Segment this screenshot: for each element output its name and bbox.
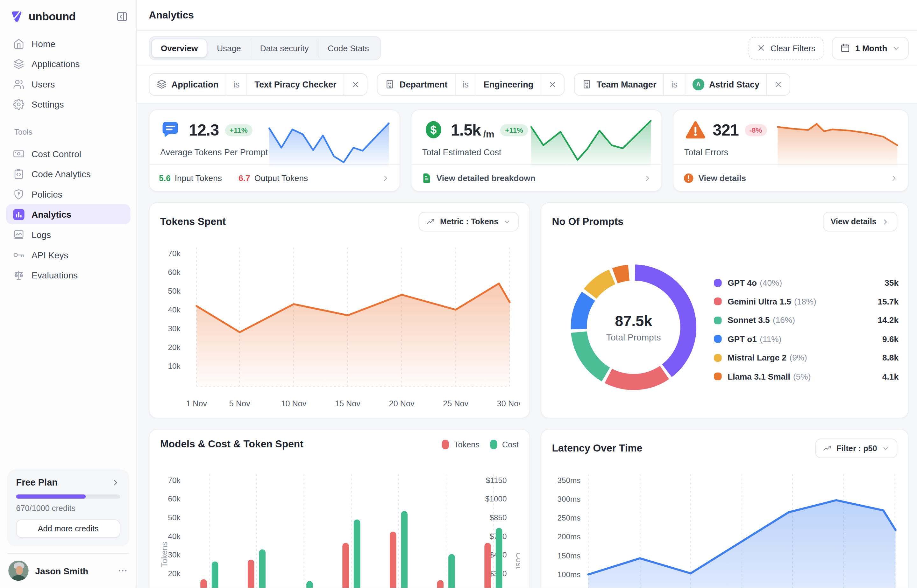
sidebar-item-applications[interactable]: Applications xyxy=(6,53,131,74)
legend-dot xyxy=(714,316,721,324)
sidebar-item-policies[interactable]: Policies xyxy=(6,184,131,204)
svg-text:50k: 50k xyxy=(168,287,180,295)
footer-link-label: View details xyxy=(698,173,746,183)
evaluations-icon xyxy=(13,269,24,281)
svg-text:25 Nov: 25 Nov xyxy=(443,399,468,408)
sidebar-item-settings[interactable]: Settings xyxy=(6,94,131,114)
legend-dot xyxy=(714,297,721,305)
content-area: 12.3+11%Average Tokens Per Prompt5.6Inpu… xyxy=(137,103,917,588)
chevron-right-icon xyxy=(643,173,652,183)
filter-value: Text Piracy Checker xyxy=(254,79,336,89)
filter-operator: is xyxy=(226,73,248,95)
sidebar-item-label: Analytics xyxy=(31,209,71,219)
latency-filter-dropdown[interactable]: Filter : p50 xyxy=(815,438,898,458)
sidebar-item-label: Home xyxy=(31,39,55,49)
filter-chip-team-manager[interactable]: Team ManagerisAAstrid Stacy xyxy=(574,73,791,95)
stat-card-total-estimated-cost: $1.5k/m+11%Total Estimated CostView deta… xyxy=(411,110,662,192)
sidebar-item-label: Logs xyxy=(31,229,51,240)
avatar: A xyxy=(692,78,704,90)
sidebar-item-label: Settings xyxy=(31,99,64,109)
sidebar-item-analytics[interactable]: Analytics xyxy=(6,204,131,225)
legend-value: 9.6k xyxy=(882,334,899,344)
filter-chip-bar: ApplicationisText Piracy CheckerDepartme… xyxy=(137,66,917,104)
remove-filter-icon[interactable] xyxy=(344,73,367,95)
filter-field: Team Manager xyxy=(597,79,656,89)
filter-operator: is xyxy=(664,73,685,95)
stat-card-footer-average-tokens-per-prompt[interactable]: 5.6Input Tokens6.7Output Tokens xyxy=(149,164,399,191)
code-analytics-icon xyxy=(13,168,24,179)
svg-text:10 Nov: 10 Nov xyxy=(281,399,306,408)
legend-item-cost: Cost xyxy=(490,440,519,449)
svg-text:30 Nov: 30 Nov xyxy=(497,399,520,408)
filter-field: Application xyxy=(172,79,219,89)
legend-percent: (9%) xyxy=(789,353,807,362)
sidebar-item-users[interactable]: Users xyxy=(6,74,131,94)
stat-card-footer-total-errors[interactable]: View details xyxy=(673,164,908,191)
applications-icon xyxy=(13,58,24,69)
add-credits-button[interactable]: Add more credits xyxy=(16,520,120,538)
sidebar-item-evaluations[interactable]: Evaluations xyxy=(6,265,131,285)
view-details-button[interactable]: View details xyxy=(823,212,897,232)
chevron-down-icon xyxy=(882,444,889,452)
tab-usage[interactable]: Usage xyxy=(207,39,251,58)
remove-filter-icon[interactable] xyxy=(767,73,790,95)
chevron-right-icon xyxy=(881,218,889,226)
change-badge: +11% xyxy=(500,124,528,136)
sidebar-item-api-keys[interactable]: API Keys xyxy=(6,245,131,265)
sidebar-item-code-analytics[interactable]: Code Analytics xyxy=(6,163,131,184)
legend-item-gemini-ultra-1-5: Gemini Ultra 1.5(18%)15.7k xyxy=(714,297,899,306)
svg-text:$1000: $1000 xyxy=(485,494,507,503)
filter-chip-application[interactable]: ApplicationisText Piracy Checker xyxy=(149,73,368,95)
tools-section-label: Tools xyxy=(15,127,136,136)
remove-filter-icon[interactable] xyxy=(541,73,564,95)
filter-value: Astrid Stacy xyxy=(709,79,760,89)
svg-text:$1150: $1150 xyxy=(486,476,507,485)
legend-item-mistral-large-2: Mistral Large 2(9%)8.8k xyxy=(714,353,899,362)
svg-text:Cost: Cost xyxy=(515,552,520,569)
layers-icon xyxy=(157,79,167,89)
svg-text:$850: $850 xyxy=(489,513,507,522)
sidebar-nav-tools: Cost ControlCode AnalyticsPoliciesAnalyt… xyxy=(0,140,136,285)
period-dropdown[interactable]: 1 Month xyxy=(832,37,909,59)
prompts-legend: GPT 4o(40%)35kGemini Ultra 1.5(18%)15.7k… xyxy=(714,278,899,390)
svg-text:70k: 70k xyxy=(168,476,180,485)
sidebar-item-label: Applications xyxy=(31,58,79,69)
settings-icon xyxy=(13,99,24,110)
legend-item-llama-3-1-small: Llama 3.1 Small(5%)4.1k xyxy=(714,372,899,381)
svg-text:40k: 40k xyxy=(168,532,180,541)
sparkline xyxy=(776,118,899,167)
user-row[interactable]: Jason Smith xyxy=(7,553,129,588)
change-badge: -8% xyxy=(745,124,767,136)
analytics-icon xyxy=(13,208,24,220)
stat-card-footer-total-estimated-cost[interactable]: View detailed breakdown xyxy=(412,164,661,191)
collapse-sidebar-icon[interactable] xyxy=(116,11,128,23)
user-menu-icon[interactable] xyxy=(117,565,128,576)
tab-code-stats[interactable]: Code Stats xyxy=(318,39,378,58)
sidebar-item-home[interactable]: Home xyxy=(6,34,131,54)
clear-filters-button[interactable]: Clear Filters xyxy=(748,37,824,59)
legend-label: GPT 4o xyxy=(727,278,757,287)
legend-percent: (5%) xyxy=(793,372,811,381)
metric-dropdown[interactable]: Metric : Tokens xyxy=(419,212,519,232)
latency-line-chart: 350ms300ms250ms200ms150ms100ms50ms xyxy=(552,465,906,588)
svg-text:60k: 60k xyxy=(168,494,180,503)
calendar-icon xyxy=(840,43,851,53)
sidebar-nav-main: HomeApplicationsUsersSettings xyxy=(0,30,136,115)
chevron-right-icon[interactable] xyxy=(111,478,120,488)
home-icon xyxy=(13,38,24,49)
tab-data-security[interactable]: Data security xyxy=(251,39,318,58)
sidebar-item-cost-control[interactable]: Cost Control xyxy=(6,144,131,164)
legend-value: 35k xyxy=(885,278,899,287)
tab-overview[interactable]: Overview xyxy=(151,39,207,58)
legend-dot xyxy=(714,373,721,380)
legend-dot xyxy=(714,279,721,286)
tokens-spent-title: Tokens Spent xyxy=(160,216,226,228)
output-tokens-label: Output Tokens xyxy=(254,173,308,183)
svg-text:100ms: 100ms xyxy=(557,570,580,579)
sidebar-item-logs[interactable]: Logs xyxy=(6,225,131,245)
legend-label: Sonnet 3.5 xyxy=(727,315,770,325)
filter-chip-department[interactable]: DepartmentisEngineering xyxy=(377,73,565,95)
legend-label: Gemini Ultra 1.5 xyxy=(727,297,791,306)
models-legend: TokensCost xyxy=(442,440,518,449)
prompts-donut-chart: 87.5k Total Prompts xyxy=(565,259,702,396)
